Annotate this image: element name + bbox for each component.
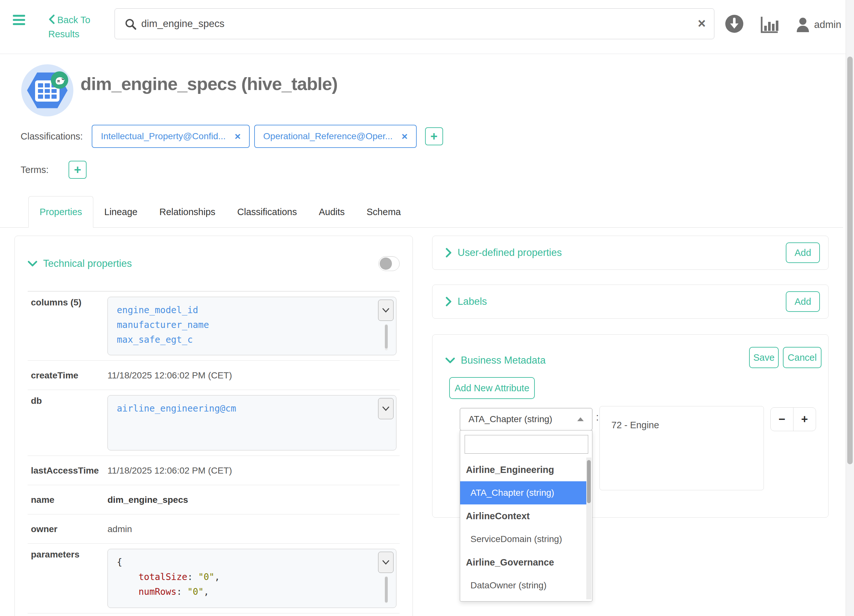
cancel-button[interactable]: Cancel bbox=[783, 347, 822, 368]
back-to-results-link[interactable]: Back To Results bbox=[48, 13, 106, 41]
property-row-columns: columns (5) engine_model_id manufacturer… bbox=[27, 291, 400, 360]
toggle-knob bbox=[380, 257, 392, 270]
attribute-value-input[interactable]: 72 - Engine bbox=[599, 406, 764, 490]
dropdown-option[interactable]: ServiceDomain (string) bbox=[460, 528, 586, 551]
expand-box-button[interactable] bbox=[378, 300, 393, 321]
classification-chip[interactable]: Operational_Reference@Oper... × bbox=[254, 125, 417, 148]
username-label: admin bbox=[814, 19, 841, 30]
technical-properties-panel: Technical properties columns (5) engine_… bbox=[14, 236, 413, 616]
property-label: parameters bbox=[31, 549, 107, 608]
user-menu[interactable]: admin bbox=[795, 17, 841, 33]
column-link[interactable]: engine_model_id bbox=[117, 303, 374, 318]
clear-search-icon[interactable]: × bbox=[698, 16, 706, 31]
property-value: dim_engine_specs bbox=[107, 494, 188, 505]
top-bar: Back To Results × admin bbox=[0, 0, 854, 54]
box-scrollbar-thumb[interactable] bbox=[385, 325, 388, 348]
json-line: numRows: "0", bbox=[117, 584, 374, 599]
user-defined-properties-panel: User-defined properties Add bbox=[432, 236, 828, 270]
property-value: 11/18/2025 12:06:02 PM (CET) bbox=[107, 370, 232, 381]
attribute-separator: : bbox=[596, 411, 599, 423]
chevron-down-icon bbox=[27, 260, 37, 267]
dropdown-group-header: Airline_Engineering bbox=[460, 458, 586, 481]
add-user-defined-property-button[interactable]: Add bbox=[786, 242, 820, 263]
dropdown-list: Airline_Engineering ATA_Chapter (string)… bbox=[460, 458, 586, 600]
expand-box-button[interactable] bbox=[378, 552, 393, 573]
classifications-row: Classifications: Intellectual_Property@C… bbox=[21, 125, 443, 148]
property-value: admin bbox=[107, 523, 132, 534]
attribute-type-dropdown: Airline_Engineering ATA_Chapter (string)… bbox=[460, 430, 592, 602]
remove-classification-icon[interactable]: × bbox=[235, 131, 241, 142]
tab-audits[interactable]: Audits bbox=[308, 196, 356, 227]
search-input[interactable] bbox=[141, 9, 682, 39]
dropdown-option-selected[interactable]: ATA_Chapter (string) bbox=[460, 481, 586, 505]
chevron-right-icon bbox=[445, 297, 452, 306]
tab-lineage[interactable]: Lineage bbox=[93, 196, 148, 227]
property-label: lastAccessTime bbox=[31, 465, 107, 476]
attribute-type-select[interactable]: ATA_Chapter (string) bbox=[460, 408, 592, 430]
business-metadata-title: Business Metadata bbox=[461, 354, 546, 366]
property-row-owner: owner admin bbox=[27, 514, 400, 543]
page-title: dim_engine_specs (hive_table) bbox=[81, 73, 337, 94]
entity-tabs: Properties Lineage Relationships Classif… bbox=[0, 196, 843, 228]
property-label: name bbox=[31, 494, 107, 505]
tab-classifications[interactable]: Classifications bbox=[226, 196, 308, 227]
add-attribute-row-button[interactable]: + bbox=[793, 408, 816, 431]
property-row-lastaccesstime: lastAccessTime 11/18/2025 12:06:02 PM (C… bbox=[27, 456, 400, 485]
business-metadata-header[interactable]: Business Metadata bbox=[445, 354, 546, 366]
search-icon bbox=[125, 18, 137, 30]
properties-toggle[interactable] bbox=[378, 256, 400, 271]
column-link[interactable]: max_safe_egt_c bbox=[117, 332, 374, 347]
classification-chip[interactable]: Intellectual_Property@Confid... × bbox=[92, 125, 250, 148]
save-button[interactable]: Save bbox=[749, 347, 779, 368]
terms-label: Terms: bbox=[21, 164, 49, 175]
box-scrollbar[interactable] bbox=[385, 324, 388, 350]
dropdown-search-input[interactable] bbox=[465, 435, 588, 454]
entity-type-icon bbox=[21, 64, 73, 116]
statistics-icon[interactable] bbox=[760, 16, 779, 34]
page-scrollbar[interactable] bbox=[846, 0, 854, 616]
add-label-button[interactable]: Add bbox=[786, 291, 820, 312]
db-link[interactable]: airline_engineering@cm bbox=[117, 401, 374, 416]
add-term-button[interactable]: + bbox=[69, 161, 87, 179]
remove-classification-icon[interactable]: × bbox=[401, 131, 408, 142]
tab-relationships[interactable]: Relationships bbox=[148, 196, 226, 227]
box-scrollbar-thumb[interactable] bbox=[385, 577, 388, 602]
property-row-name: name dim_engine_specs bbox=[27, 485, 400, 514]
property-label: columns (5) bbox=[31, 297, 107, 355]
dropdown-group-header: AirlineContext bbox=[460, 505, 586, 528]
dropdown-option[interactable]: DataOwner (string) bbox=[460, 574, 586, 597]
tab-properties[interactable]: Properties bbox=[28, 196, 93, 228]
hive-badge-icon bbox=[51, 71, 68, 89]
classification-chip-label: Operational_Reference@Oper... bbox=[263, 131, 393, 141]
columns-value-box: engine_model_id manufacturer_name max_sa… bbox=[107, 297, 396, 355]
box-scrollbar[interactable] bbox=[385, 576, 388, 603]
classifications-label: Classifications: bbox=[21, 131, 83, 142]
property-label: owner bbox=[31, 523, 107, 534]
search-box: × bbox=[114, 8, 714, 39]
download-icon[interactable] bbox=[725, 15, 743, 33]
add-classification-button[interactable]: + bbox=[425, 127, 443, 145]
column-link[interactable]: manufacturer_name bbox=[117, 318, 374, 332]
property-label: db bbox=[31, 395, 107, 450]
attribute-type-selected-value: ATA_Chapter (string) bbox=[468, 414, 552, 424]
json-brace: { bbox=[117, 555, 374, 570]
technical-properties-title: Technical properties bbox=[43, 258, 132, 269]
menu-icon[interactable] bbox=[13, 15, 25, 26]
page-scrollbar-thumb[interactable] bbox=[847, 56, 853, 464]
technical-properties-header[interactable]: Technical properties bbox=[27, 236, 400, 291]
json-line: totalSize: "0", bbox=[117, 570, 374, 584]
chevron-down-icon bbox=[445, 357, 455, 364]
chevron-left-icon bbox=[48, 14, 55, 24]
attribute-row-controls: − + bbox=[770, 408, 816, 431]
labels-title[interactable]: Labels bbox=[458, 296, 487, 307]
expand-box-button[interactable] bbox=[378, 398, 393, 419]
business-metadata-panel: Business Metadata Save Cancel Add New At… bbox=[432, 335, 828, 518]
tab-schema[interactable]: Schema bbox=[355, 196, 412, 227]
add-new-attribute-button[interactable]: Add New Attribute bbox=[449, 377, 535, 399]
dropdown-scrollbar-thumb[interactable] bbox=[587, 460, 591, 503]
user-defined-properties-title[interactable]: User-defined properties bbox=[458, 247, 562, 259]
parameters-value-box: { totalSize: "0", numRows: "0", bbox=[107, 549, 396, 608]
property-label: createTime bbox=[31, 370, 107, 381]
remove-attribute-button[interactable]: − bbox=[771, 408, 793, 431]
property-row-createtime: createTime 11/18/2025 12:06:02 PM (CET) bbox=[27, 360, 400, 390]
